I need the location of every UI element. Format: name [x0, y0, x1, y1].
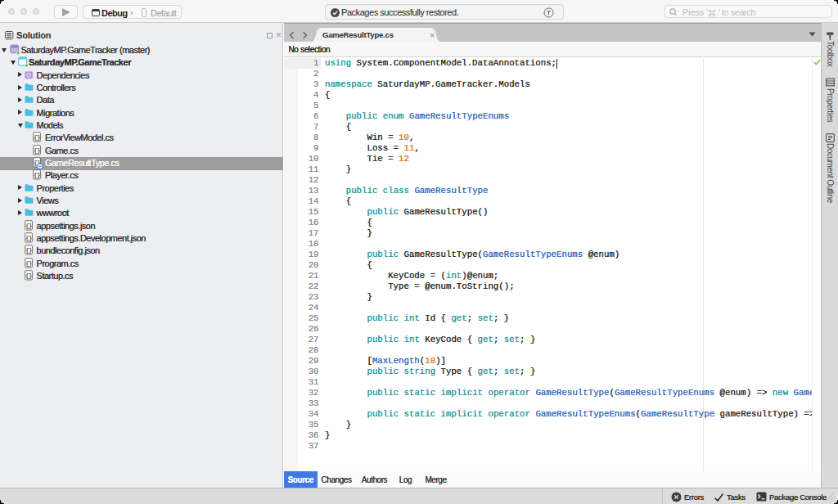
svg-text:{}: {} — [33, 147, 39, 154]
svg-text:{}: {} — [33, 134, 39, 141]
svg-text:{}: {} — [25, 272, 31, 279]
svg-text:{}: {} — [25, 260, 31, 267]
svg-text:{}: {} — [25, 247, 31, 254]
svg-text:{}: {} — [25, 223, 31, 229]
svg-text:{}: {} — [33, 172, 39, 178]
svg-text:{}: {} — [25, 235, 31, 241]
